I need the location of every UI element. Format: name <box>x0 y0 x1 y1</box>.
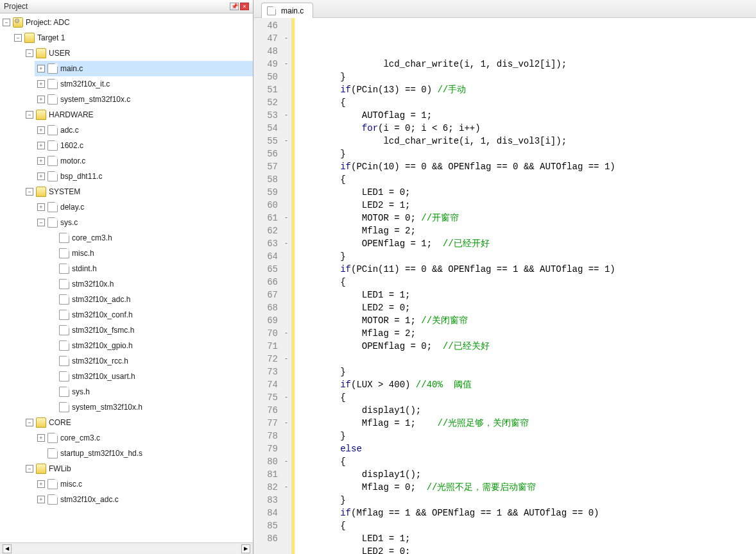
tree-item[interactable]: +1602.c <box>35 138 253 153</box>
tree-item[interactable]: −sys.c <box>35 215 253 230</box>
code-line[interactable]: if(PCin(10) == 0 && OPENflag == 0 && AUT… <box>297 160 751 173</box>
code-line[interactable] <box>297 353 751 365</box>
tree-item[interactable]: +motor.c <box>35 153 253 169</box>
gutter-line[interactable]: 78 <box>253 430 291 442</box>
scroll-track[interactable] <box>13 544 240 553</box>
tree-item[interactable]: +stm32f10x_adc.c <box>35 492 253 507</box>
code-line[interactable]: } <box>297 494 751 507</box>
tree-item[interactable]: system_stm32f10x.h <box>46 399 253 415</box>
expand-toggle-icon[interactable]: − <box>3 19 10 26</box>
code-line[interactable]: Mflag = 2; <box>297 327 751 340</box>
gutter-line[interactable]: 67 <box>253 289 291 301</box>
tree-item[interactable]: −HARDWARE <box>23 107 253 122</box>
collapse-toggle-icon[interactable]: − <box>26 111 33 119</box>
code-line[interactable]: MOTOR = 0; //开窗帘 <box>297 212 751 224</box>
gutter-line[interactable]: 83 <box>253 494 291 507</box>
tree-item[interactable]: −USER <box>23 46 253 61</box>
gutter-line[interactable]: 54 <box>253 122 291 135</box>
fold-toggle-icon[interactable]: - <box>282 481 291 494</box>
gutter-line[interactable]: 82- <box>253 481 291 494</box>
horizontal-scrollbar[interactable]: ◀ ▶ <box>0 542 253 554</box>
collapse-toggle-icon[interactable]: − <box>26 188 33 196</box>
tree-item[interactable]: sys.h <box>46 384 253 399</box>
tree-item[interactable]: −SYSTEM <box>23 184 253 199</box>
close-icon[interactable]: × <box>240 3 249 10</box>
gutter-line[interactable]: 80- <box>253 455 291 468</box>
gutter-line[interactable]: 51 <box>253 83 291 96</box>
gutter-line[interactable]: 81 <box>253 468 291 481</box>
code-line[interactable]: lcd_char_write(i, 1, dis_vol2[i]); <box>297 58 751 71</box>
gutter-line[interactable]: 47- <box>253 32 291 45</box>
tree-item[interactable]: stm32f10x_conf.h <box>46 307 253 323</box>
gutter-line[interactable]: 77- <box>253 417 291 430</box>
gutter-line[interactable]: 49- <box>253 58 291 71</box>
tree-item[interactable]: +bsp_dht11.c <box>35 169 253 184</box>
fold-toggle-icon[interactable]: - <box>282 109 291 122</box>
gutter-line[interactable]: 57 <box>253 160 291 173</box>
code-line[interactable]: display1(); <box>297 468 751 481</box>
code-line[interactable]: if(PCin(11) == 0 && OPENflag == 1 && AUT… <box>297 263 751 276</box>
project-tree[interactable]: − Project: ADC −Target 1−USER+main.c+stm… <box>0 13 253 542</box>
code-line[interactable]: LED2 = 0; <box>297 301 751 314</box>
gutter-line[interactable]: 59 <box>253 186 291 199</box>
collapse-toggle-icon[interactable]: − <box>26 419 33 426</box>
tree-item[interactable]: stdint.h <box>46 261 253 276</box>
tree-item[interactable]: stm32f10x_adc.h <box>46 292 253 307</box>
collapse-toggle-icon[interactable]: − <box>26 49 33 57</box>
tree-item[interactable]: +delay.c <box>35 199 253 215</box>
gutter-line[interactable]: 73 <box>253 365 291 378</box>
code-line[interactable]: { <box>297 455 751 468</box>
expand-toggle-icon[interactable]: + <box>37 157 45 165</box>
gutter-line[interactable]: 66 <box>253 276 291 289</box>
tree-item[interactable]: −Target 1 <box>12 30 253 46</box>
code-line[interactable]: LED2 = 1; <box>297 199 751 212</box>
code-line[interactable]: { <box>297 173 751 186</box>
gutter-line[interactable]: 70- <box>253 327 291 340</box>
expand-toggle-icon[interactable]: + <box>37 480 45 488</box>
code-line[interactable]: else <box>297 442 751 455</box>
gutter-line[interactable]: 50 <box>253 71 291 83</box>
gutter-line[interactable]: 76 <box>253 404 291 417</box>
expand-toggle-icon[interactable]: + <box>37 96 45 103</box>
collapse-toggle-icon[interactable]: − <box>37 219 45 226</box>
expand-toggle-icon[interactable]: + <box>37 142 45 149</box>
expand-toggle-icon[interactable]: + <box>37 496 45 503</box>
code-editor[interactable]: 4647-4849-50515253-5455-565758596061-626… <box>253 18 756 554</box>
gutter-line[interactable]: 68 <box>253 301 291 314</box>
gutter-line[interactable]: 46 <box>253 19 291 32</box>
tree-item[interactable]: stm32f10x_usart.h <box>46 369 253 384</box>
gutter-line[interactable]: 65 <box>253 263 291 276</box>
gutter-line[interactable]: 79 <box>253 442 291 455</box>
gutter-line[interactable]: 64 <box>253 250 291 263</box>
code-line[interactable]: LED2 = 0; <box>297 545 751 554</box>
gutter-line[interactable]: 85 <box>253 519 291 532</box>
tab-main-c[interactable]: main.c <box>261 3 313 18</box>
code-line[interactable]: if(LUX > 400) //40% 阈值 <box>297 378 751 391</box>
project-root[interactable]: − Project: ADC <box>0 15 253 30</box>
code-line[interactable]: if(Mflag == 1 && OPENflag == 1 && AUTOfl… <box>297 507 751 519</box>
fold-toggle-icon[interactable]: - <box>282 327 291 340</box>
expand-toggle-icon[interactable]: + <box>37 80 45 88</box>
tree-item[interactable]: +misc.c <box>35 476 253 492</box>
code-line[interactable]: { <box>297 276 751 289</box>
fold-toggle-icon[interactable]: - <box>282 391 291 404</box>
code-line[interactable]: } <box>297 430 751 442</box>
tree-item[interactable]: core_cm3.h <box>46 230 253 246</box>
gutter-line[interactable]: 75- <box>253 391 291 404</box>
fold-toggle-icon[interactable]: - <box>282 135 291 147</box>
gutter-line[interactable]: 62 <box>253 224 291 237</box>
gutter-line[interactable]: 53- <box>253 109 291 122</box>
expand-toggle-icon[interactable]: + <box>37 126 45 134</box>
gutter-line[interactable]: 61- <box>253 212 291 224</box>
code-line[interactable]: MOTOR = 1; //关闭窗帘 <box>297 314 751 327</box>
tree-item[interactable]: +core_cm3.c <box>35 430 253 446</box>
gutter-line[interactable]: 69 <box>253 314 291 327</box>
gutter-line[interactable]: 84 <box>253 507 291 519</box>
fold-toggle-icon[interactable]: - <box>282 353 291 365</box>
code-line[interactable]: AUTOflag = 1; <box>297 109 751 122</box>
fold-toggle-icon[interactable]: - <box>282 212 291 224</box>
tree-item[interactable]: −FWLib <box>23 461 253 476</box>
code-line[interactable]: } <box>297 147 751 160</box>
expand-toggle-icon[interactable]: + <box>37 203 45 211</box>
code-line[interactable]: { <box>297 391 751 404</box>
